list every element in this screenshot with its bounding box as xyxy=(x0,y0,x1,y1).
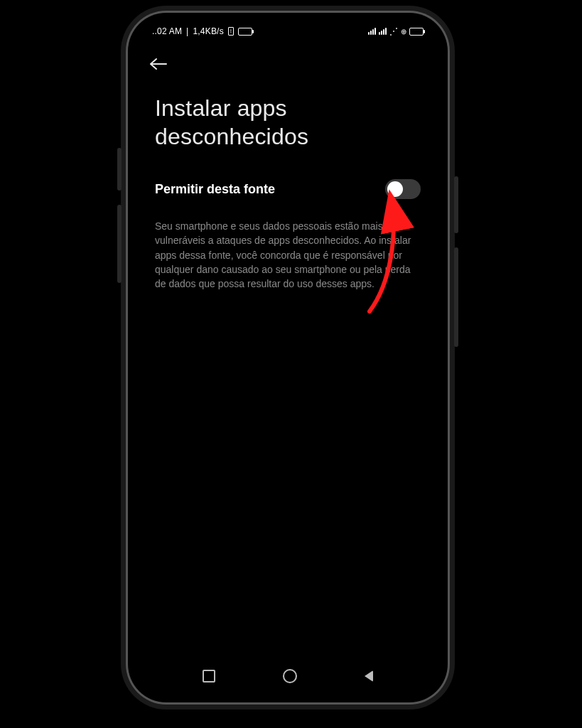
phone-frame: ..02 AM | 1,4KB/s ↕ ⋰ ⊕ Instalar apps d xyxy=(128,13,448,702)
navigation-bar xyxy=(135,664,441,688)
status-separator: | xyxy=(186,26,188,36)
phone-side-button xyxy=(454,247,458,347)
wifi-icon: ⋰ xyxy=(389,26,398,36)
nav-home-button[interactable] xyxy=(283,669,297,683)
phone-side-button xyxy=(117,148,122,191)
status-data-rate: 1,4KB/s xyxy=(193,26,223,36)
nav-back-button[interactable] xyxy=(365,670,373,682)
allow-source-toggle[interactable] xyxy=(385,179,421,199)
phone-side-button xyxy=(117,205,122,283)
data-icon: ↕ xyxy=(228,27,234,36)
toggle-knob xyxy=(387,181,403,197)
screen: ..02 AM | 1,4KB/s ↕ ⋰ ⊕ Instalar apps d xyxy=(135,20,441,695)
back-button[interactable] xyxy=(149,57,426,71)
page-title: Instalar apps desconhecidos xyxy=(135,77,441,176)
signal-icon xyxy=(368,28,376,35)
battery-icon xyxy=(409,28,424,36)
signal-icon xyxy=(379,28,387,35)
status-left: ..02 AM | 1,4KB/s ↕ xyxy=(152,26,252,36)
status-time: ..02 AM xyxy=(152,26,182,36)
status-right: ⋰ ⊕ xyxy=(368,26,424,36)
settings-small-icon: ⊕ xyxy=(401,28,406,36)
phone-side-button xyxy=(454,176,458,233)
nav-recent-button[interactable] xyxy=(203,670,215,682)
setting-label: Permitir desta fonte xyxy=(155,182,275,197)
status-bar: ..02 AM | 1,4KB/s ↕ ⋰ ⊕ xyxy=(135,20,441,41)
battery-icon-small xyxy=(238,28,252,36)
setting-row-allow-source[interactable]: Permitir desta fonte xyxy=(135,176,441,212)
setting-description: Seu smartphone e seus dados pessoais est… xyxy=(135,212,441,291)
